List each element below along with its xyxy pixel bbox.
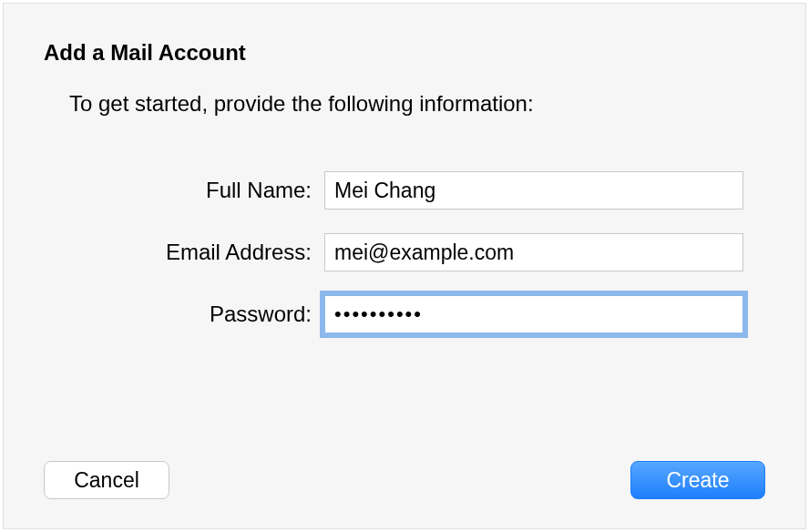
email-address-row: Email Address: — [44, 233, 765, 271]
create-button[interactable]: Create — [630, 461, 765, 499]
email-address-label: Email Address: — [44, 240, 324, 265]
dialog-title: Add a Mail Account — [44, 40, 765, 66]
cancel-button[interactable]: Cancel — [44, 461, 169, 499]
password-input[interactable] — [324, 295, 743, 333]
dialog-subtitle: To get started, provide the following in… — [69, 91, 765, 117]
password-row: Password: — [44, 295, 765, 333]
add-mail-account-dialog: Add a Mail Account To get started, provi… — [3, 3, 806, 529]
full-name-input[interactable] — [324, 171, 743, 210]
account-form: Full Name: Email Address: Password: — [44, 171, 765, 333]
password-label: Password: — [44, 302, 324, 327]
email-address-input[interactable] — [324, 233, 743, 271]
button-row: Cancel Create — [44, 461, 765, 499]
full-name-label: Full Name: — [44, 178, 324, 203]
full-name-row: Full Name: — [44, 171, 765, 210]
